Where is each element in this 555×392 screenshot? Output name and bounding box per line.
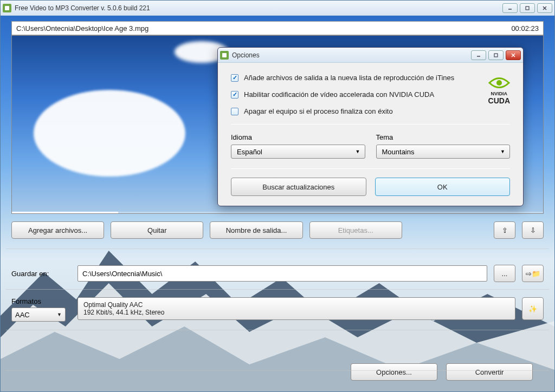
format-select[interactable]: AAC ▼ (11, 308, 66, 322)
browse-button[interactable]: ... (494, 265, 515, 282)
formats-label: Formatos (11, 297, 71, 305)
convert-button[interactable]: Convertir (446, 363, 533, 381)
tags-button[interactable]: Etiquetas... (309, 221, 402, 239)
output-name-button[interactable]: Nombre de salida... (210, 221, 302, 239)
preview-progress[interactable] (12, 212, 543, 213)
format-value: AAC (15, 311, 30, 319)
language-label: Idioma (231, 133, 365, 141)
save-row: Guardar en: C:\Users\Ontecnia\Music\ ...… (11, 265, 544, 282)
quality-line2: 192 Kbit/s, 44.1 kHz, Stereo (83, 309, 509, 316)
language-select[interactable]: Español ▼ (231, 145, 365, 159)
folder-open-icon: ⇨📁 (526, 270, 540, 278)
file-toolbar: Agregar archivos... Quitar Nombre de sal… (11, 221, 544, 239)
svg-point-8 (496, 80, 502, 86)
chevron-down-icon: ▼ (57, 312, 62, 317)
cuda-brand: CUDA (488, 96, 510, 105)
save-path-input[interactable]: C:\Users\Ontecnia\Music\ (78, 265, 487, 282)
quality-line1: Optimal Quality AAC (83, 301, 509, 309)
theme-select[interactable]: Mountains ▼ (376, 145, 511, 159)
file-info-strip: C:\Users\Ontecnia\Desktop\Ice Age 3.mpg … (11, 21, 544, 35)
dialog-close-button[interactable] (506, 50, 521, 60)
checkbox-itunes[interactable] (231, 74, 238, 82)
option-cuda-label: Habilitar codificación de vídeo accelera… (244, 90, 434, 99)
ellipsis-icon: ... (502, 270, 508, 278)
cuda-vendor: NVIDIA (488, 91, 510, 96)
option-shutdown-row[interactable]: Apagar el equipo si el proceso finaliza … (231, 107, 510, 115)
save-label: Guardar en: (11, 270, 71, 278)
cuda-logo: NVIDIA CUDA (488, 76, 510, 105)
main-window: Free Video to MP3 Converter v. 5.0.6 bui… (0, 0, 555, 392)
file-path: C:\Users\Ontecnia\Desktop\Ice Age 3.mpg (16, 24, 511, 32)
option-itunes-label: Añade archivos de salida a la nueva list… (244, 74, 454, 82)
move-down-button[interactable]: ⇩ (522, 221, 544, 239)
add-files-button[interactable]: Agregar archivos... (11, 221, 104, 239)
arrow-up-icon: ⇧ (502, 226, 508, 234)
close-button[interactable] (537, 3, 552, 13)
dialog-minimize-button[interactable] (471, 50, 486, 60)
svg-rect-1 (526, 6, 529, 10)
ok-button[interactable]: OK (375, 178, 511, 196)
option-itunes-row[interactable]: Añade archivos de salida a la nueva list… (231, 74, 510, 82)
window-title: Free Video to MP3 Converter v. 5.0.6 bui… (15, 4, 502, 12)
wand-icon: ✨ (528, 305, 537, 313)
app-icon (3, 4, 11, 12)
remove-button[interactable]: Quitar (111, 221, 203, 239)
format-row: Formatos AAC ▼ Optimal Quality AAC 192 K… (11, 297, 544, 322)
arrow-down-icon: ⇩ (530, 226, 536, 234)
chevron-down-icon: ▼ (500, 149, 505, 154)
main-titlebar[interactable]: Free Video to MP3 Converter v. 5.0.6 bui… (1, 1, 554, 16)
checkbox-shutdown[interactable] (231, 108, 238, 115)
option-shutdown-label: Apagar el equipo si el proceso finaliza … (244, 107, 393, 115)
theme-value: Mountains (382, 148, 415, 156)
minimize-button[interactable] (502, 3, 518, 13)
dialog-app-icon (220, 51, 229, 60)
file-duration: 00:02:23 (511, 24, 539, 32)
bottom-buttons: Opciones... Convertir (351, 363, 533, 381)
options-button[interactable]: Opciones... (351, 363, 437, 381)
checkbox-cuda[interactable] (231, 91, 238, 99)
advanced-settings-button[interactable]: ✨ (522, 297, 544, 320)
svg-rect-5 (494, 54, 498, 57)
dialog-maximize-button[interactable] (488, 50, 504, 60)
check-updates-button[interactable]: Buscar actualizaciones (231, 178, 366, 196)
theme-label: Tema (376, 133, 511, 141)
maximize-button[interactable] (520, 3, 535, 13)
dialog-title: Opciones (232, 51, 471, 59)
quality-select[interactable]: Optimal Quality AAC 192 Kbit/s, 44.1 kHz… (78, 297, 515, 320)
chevron-down-icon: ▼ (356, 149, 360, 154)
open-folder-button[interactable]: ⇨📁 (522, 265, 544, 282)
language-value: Español (237, 148, 262, 156)
client-area: C:\Users\Ontecnia\Desktop\Ice Age 3.mpg … (1, 16, 554, 391)
dialog-titlebar[interactable]: Opciones (218, 48, 523, 63)
options-dialog: Opciones NVIDIA CUDA Añade arch (217, 47, 524, 206)
move-up-button[interactable]: ⇧ (494, 221, 515, 239)
option-cuda-row[interactable]: Habilitar codificación de vídeo accelera… (231, 90, 510, 99)
